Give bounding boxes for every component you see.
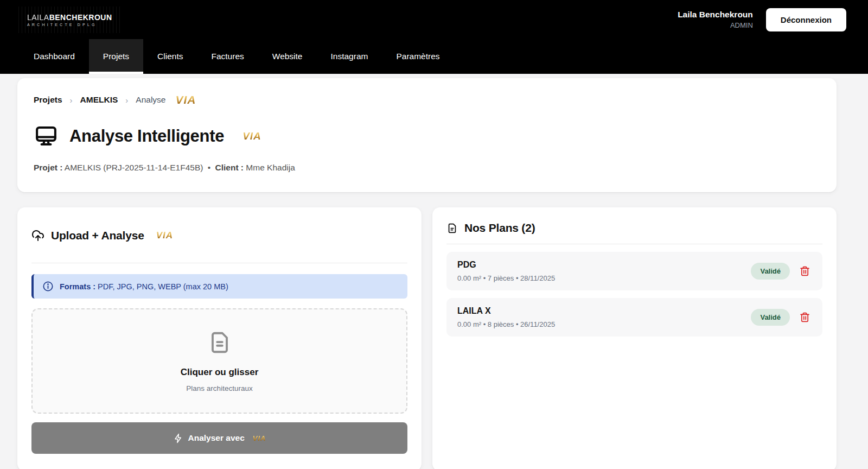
project-subtitle: Projet : AMELKIS (PRJ-2025-11-14-E1F45B)… (34, 163, 820, 173)
nav-item-instagram[interactable]: Instagram (317, 39, 382, 74)
file-text-icon (446, 223, 458, 234)
lightning-icon (173, 433, 183, 443)
nav-item-website[interactable]: Website (258, 39, 317, 74)
analyze-button[interactable]: Analyser avec VIA (31, 422, 407, 454)
subtitle-separator: • (208, 163, 210, 172)
page-title: Analyse Intelligente (69, 126, 224, 146)
dropzone-title: Cliquer ou glisser (181, 367, 259, 378)
breadcrumb-separator: › (125, 96, 128, 105)
nav-item-factures[interactable]: Factures (197, 39, 258, 74)
plans-card-title: Nos Plans (2) (464, 221, 535, 234)
formats-label: Formats : (60, 282, 95, 291)
project-value: AMELKIS (PRJ-2025-11-14-E1F45B) (65, 163, 203, 172)
breadcrumb-separator: › (70, 96, 73, 105)
formats-value: PDF, JPG, PNG, WEBP (max 20 MB) (98, 282, 228, 291)
project-label: Projet : (34, 163, 62, 172)
user-role-badge: ADMIN (678, 21, 753, 29)
plan-actions: Validé (751, 263, 812, 280)
via-logo: VIA (175, 93, 196, 106)
plan-row-laila-x: LAILA X 0.00 m² • 8 pièces • 26/11/2025 … (446, 298, 822, 337)
plan-info: LAILA X 0.00 m² • 8 pièces • 26/11/2025 (457, 306, 555, 328)
upload-cloud-icon (31, 229, 44, 242)
plan-meta: 0.00 m² • 8 pièces • 26/11/2025 (457, 320, 555, 328)
topbar-right: Laila Benchekroun ADMIN Déconnexion (678, 8, 846, 31)
upload-card-header: Upload + Analyse VIA (31, 229, 407, 242)
info-icon (42, 281, 54, 292)
client-value: Mme Khadija (246, 163, 295, 172)
brand-logo[interactable]: LAILABENCHEKROUN ARCHITECTE DPLG (22, 11, 118, 29)
upload-card-title: Upload + Analyse (51, 229, 144, 242)
page-title-row: Analyse Intelligente VIA (34, 124, 820, 149)
title-card: Projets › AMELKIS › Analyse VIA Analyse … (17, 78, 837, 192)
breadcrumb-project-link[interactable]: AMELKIS (80, 95, 118, 105)
main-nav: Dashboard Projets Clients Factures Websi… (0, 39, 868, 74)
monitor-icon (34, 124, 59, 149)
breadcrumb-current-page: Analyse (136, 95, 165, 105)
trash-icon (799, 312, 810, 323)
nav-item-parametres[interactable]: Paramètres (382, 39, 454, 74)
plan-name: LAILA X (457, 306, 555, 316)
plan-meta: 0.00 m² • 7 pièces • 28/11/2025 (457, 274, 555, 282)
plans-card-header: Nos Plans (2) (446, 221, 822, 234)
user-name: Laila Benchekroun (678, 10, 753, 20)
logout-button[interactable]: Déconnexion (766, 8, 846, 31)
file-icon (207, 330, 232, 355)
divider (446, 244, 822, 244)
logo-name: LAILABENCHEKROUN (27, 13, 112, 22)
upload-card: Upload + Analyse VIA Formats : PDF, JPG,… (17, 207, 422, 469)
plan-row-pdg: PDG 0.00 m² • 7 pièces • 28/11/2025 Vali… (446, 252, 822, 290)
divider (31, 263, 407, 263)
top-header: LAILABENCHEKROUN ARCHITECTE DPLG Laila B… (0, 0, 868, 39)
client-label: Client : (215, 163, 244, 172)
via-logo: VIA (242, 130, 261, 142)
status-badge: Validé (751, 263, 790, 280)
plan-actions: Validé (751, 309, 812, 326)
plans-card: Nos Plans (2) PDG 0.00 m² • 7 pièces • 2… (432, 207, 837, 469)
nav-item-clients[interactable]: Clients (143, 39, 197, 74)
formats-info-banner: Formats : PDF, JPG, PNG, WEBP (max 20 MB… (31, 274, 407, 299)
plan-name: PDG (457, 260, 555, 270)
logo-last-name: BENCHEKROUN (49, 13, 112, 22)
logo-first-name: LAILA (27, 13, 49, 22)
status-badge: Validé (751, 309, 790, 326)
file-dropzone[interactable]: Cliquer ou glisser Plans architecturaux (31, 308, 407, 414)
via-logo: VIA (253, 434, 266, 442)
via-logo: VIA (156, 230, 173, 241)
analyze-button-label: Analyser avec (188, 433, 245, 443)
dropzone-subtitle: Plans architecturaux (186, 384, 252, 392)
delete-plan-button[interactable] (798, 310, 812, 324)
delete-plan-button[interactable] (798, 264, 812, 278)
nav-item-projets[interactable]: Projets (89, 39, 143, 74)
plan-info: PDG 0.00 m² • 7 pièces • 28/11/2025 (457, 260, 555, 282)
nav-item-dashboard[interactable]: Dashboard (20, 39, 89, 74)
formats-text: Formats : PDF, JPG, PNG, WEBP (max 20 MB… (60, 282, 228, 291)
breadcrumb-projets-link[interactable]: Projets (34, 95, 62, 105)
user-info: Laila Benchekroun ADMIN (678, 10, 753, 29)
logo-subtitle: ARCHITECTE DPLG (27, 23, 112, 27)
main-content: Projets › AMELKIS › Analyse VIA Analyse … (0, 78, 868, 469)
trash-icon (799, 265, 810, 277)
content-columns: Upload + Analyse VIA Formats : PDF, JPG,… (17, 207, 837, 469)
breadcrumb: Projets › AMELKIS › Analyse VIA (34, 93, 820, 106)
